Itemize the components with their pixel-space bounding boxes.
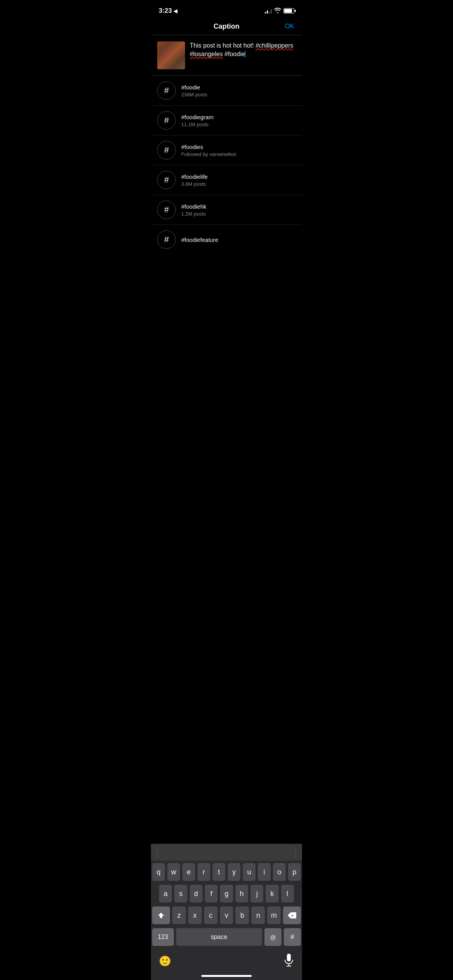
hashtag-losangeles: #losangeles [190, 51, 223, 57]
text-cursor [245, 51, 245, 57]
hash-icon-circle: # [157, 230, 176, 249]
suggestion-item[interactable]: # #foodiefeature [151, 225, 302, 254]
suggestion-info: #foodie 238M posts [181, 84, 207, 98]
suggestion-tag: #foodiefeature [181, 236, 218, 243]
hash-icon-circle: # [157, 81, 176, 100]
hashtag-chillipeppers: #chillipeppers [256, 42, 293, 49]
suggestion-tag: #foodiehk [181, 203, 206, 210]
caption-plain-text: This post is hot hot hot! [190, 42, 256, 49]
hash-icon-circle: # [157, 200, 176, 219]
suggestion-item[interactable]: # #foodiegram 11.1M posts [151, 106, 302, 135]
nav-header: Caption OK [151, 19, 302, 35]
suggestion-item[interactable]: # #foodielife 3.6M posts [151, 165, 302, 195]
status-bar: 3:23 ◀ [151, 0, 302, 19]
location-icon: ◀ [173, 8, 177, 14]
suggestion-info: #foodiefeature [181, 236, 218, 243]
suggestion-item[interactable]: # #foodie 238M posts [151, 76, 302, 106]
hash-icon-circle: # [157, 171, 176, 189]
caption-input[interactable]: This post is hot hot hot! #chillipeppers… [190, 41, 296, 69]
suggestion-count: 3.6M posts [181, 181, 208, 187]
wifi-icon [274, 8, 281, 14]
hash-icon-circle: # [157, 141, 176, 159]
suggestion-count: 1.2M posts [181, 211, 206, 217]
suggestion-item[interactable]: # #foodies Followed by vanwinefest [151, 135, 302, 165]
signal-bars [265, 8, 272, 14]
suggestion-tag: #foodielife [181, 173, 208, 180]
suggestion-item[interactable]: # #foodiehk 1.2M posts [151, 195, 302, 225]
suggestion-count: 11.1M posts [181, 122, 213, 127]
suggestion-tag: #foodies [181, 144, 236, 150]
suggestion-count: 238M posts [181, 92, 207, 98]
status-time: 3:23 ◀ [159, 7, 177, 15]
page-title: Caption [214, 22, 240, 31]
caption-area: This post is hot hot hot! #chillipeppers… [151, 35, 302, 76]
ok-button[interactable]: OK [285, 22, 294, 30]
suggestion-info: #foodiegram 11.1M posts [181, 114, 213, 127]
suggestion-count: Followed by vanwinefest [181, 151, 236, 157]
suggestion-tag: #foodie [181, 84, 207, 91]
suggestion-info: #foodiehk 1.2M posts [181, 203, 206, 217]
hash-icon-circle: # [157, 111, 176, 130]
post-thumbnail [157, 41, 185, 69]
suggestions-list: # #foodie 238M posts # #foodiegram 11.1M… [151, 76, 302, 254]
hashtag-foodie-text: #foodie [225, 51, 245, 57]
suggestion-tag: #foodiegram [181, 114, 213, 120]
suggestion-info: #foodielife 3.6M posts [181, 173, 208, 187]
suggestion-info: #foodies Followed by vanwinefest [181, 144, 236, 157]
status-icons [265, 8, 294, 14]
battery-icon [283, 8, 294, 14]
